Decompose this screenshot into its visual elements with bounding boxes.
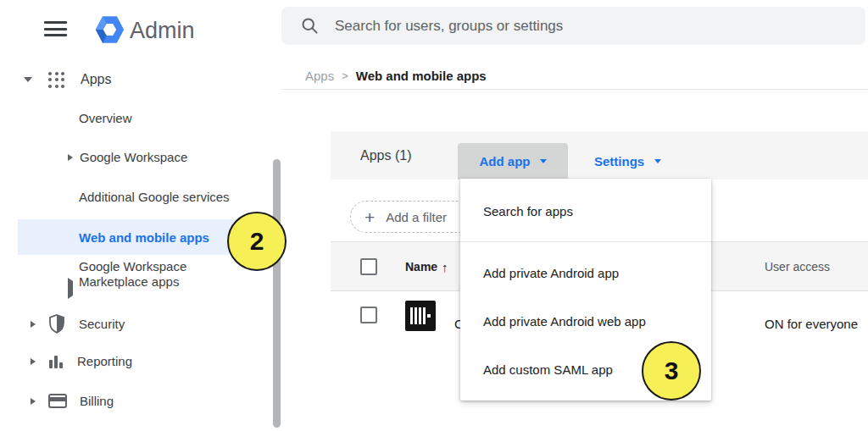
sidebar-item-label: Overview (79, 111, 132, 125)
sidebar-item-marketplace-apps[interactable]: Google Workspace Marketplace apps (79, 259, 225, 290)
chevron-down-icon[interactable] (24, 77, 32, 82)
chevron-down-icon (540, 159, 547, 163)
admin-console-window: Admin Apps > Web and mobile apps Apps Ov… (0, 0, 868, 431)
bar-chart-icon (49, 355, 64, 368)
sidebar-item-google-workspace[interactable]: Google Workspace (68, 150, 187, 164)
menu-item-label: Add custom SAML app (483, 362, 613, 377)
column-header-user-access[interactable]: User access (765, 242, 830, 291)
chevron-right-icon[interactable] (31, 358, 36, 365)
breadcrumb-separator: > (342, 69, 348, 82)
breadcrumb-divider (281, 89, 868, 90)
add-app-button[interactable]: Add app (458, 143, 568, 180)
annotation-step-2-badge: 2 (227, 212, 287, 271)
plus-icon: + (364, 208, 375, 226)
product-name: Admin (130, 14, 195, 47)
sidebar-item-label-active: Web and mobile apps (79, 219, 209, 255)
sidebar-scrollbar[interactable] (273, 159, 281, 428)
user-access-value: ON for everyone (765, 292, 858, 356)
add-filter-label: Add a filter (386, 210, 447, 224)
chevron-right-icon[interactable] (68, 154, 73, 161)
apps-grid-icon (48, 72, 64, 88)
settings-label: Settings (594, 154, 644, 169)
sidebar-item-overview[interactable]: Overview (79, 111, 132, 125)
credit-card-icon (48, 394, 67, 408)
sidebar-item-security[interactable]: Security (31, 314, 125, 334)
breadcrumb-current: Web and mobile apps (356, 69, 487, 83)
shield-icon (48, 314, 65, 334)
sidebar-item-apps-root[interactable]: Apps (0, 68, 271, 91)
sidebar-item-reporting[interactable]: Reporting (31, 354, 132, 368)
sidebar-root-label: Apps (81, 72, 111, 87)
menu-item-add-private-android-web-app[interactable]: Add private Android web app (460, 302, 711, 340)
chevron-right-icon[interactable] (68, 281, 73, 296)
annotation-step-3-badge: 3 (642, 341, 701, 401)
menu-item-label: Search for apps (483, 204, 573, 218)
app-logo-icon (405, 301, 436, 331)
menu-divider (460, 241, 711, 242)
column-header-name[interactable]: Name (405, 242, 437, 291)
sidebar-item-additional-google-services[interactable]: Additional Google services (79, 190, 230, 204)
sidebar-item-label: Google Workspace Marketplace apps (79, 259, 225, 290)
sidebar-item-label: Google Workspace (80, 150, 187, 164)
sidebar-item-label: Reporting (77, 354, 132, 368)
breadcrumb-parent[interactable]: Apps (305, 69, 334, 83)
menu-item-search-for-apps[interactable]: Search for apps (460, 192, 711, 229)
chevron-right-icon[interactable] (31, 321, 36, 328)
global-search-bar[interactable] (281, 7, 865, 45)
sidebar-item-label: Security (79, 317, 125, 331)
search-input[interactable] (319, 18, 865, 35)
chevron-down-icon (654, 159, 661, 163)
sidebar-item-billing[interactable]: Billing (31, 394, 114, 408)
row-checkbox[interactable] (360, 307, 377, 323)
sidebar-item-label: Additional Google services (79, 190, 230, 204)
menu-item-label: Add private Android app (483, 266, 619, 280)
sidebar-item-label: Billing (80, 394, 114, 408)
settings-button[interactable]: Settings (589, 143, 666, 180)
search-icon (301, 17, 319, 35)
add-app-label: Add app (480, 154, 531, 169)
hamburger-menu-icon[interactable] (44, 21, 67, 36)
menu-item-label: Add private Android web app (483, 314, 646, 329)
sidebar-item-web-and-mobile-apps[interactable]: Web and mobile apps (18, 219, 263, 255)
apps-list-toolbar: Apps (1) Add app Settings (331, 131, 868, 180)
chevron-right-icon[interactable] (31, 398, 36, 405)
menu-item-add-private-android-app[interactable]: Add private Android app (460, 254, 711, 291)
google-admin-logo-icon (94, 13, 125, 50)
select-all-checkbox[interactable] (360, 258, 377, 275)
apps-count-label: Apps (1) (360, 131, 411, 180)
add-filter-chip[interactable]: + Add a filter (350, 201, 477, 233)
breadcrumb: Apps > Web and mobile apps (305, 66, 487, 85)
sort-ascending-icon[interactable]: ↑ (442, 242, 448, 291)
